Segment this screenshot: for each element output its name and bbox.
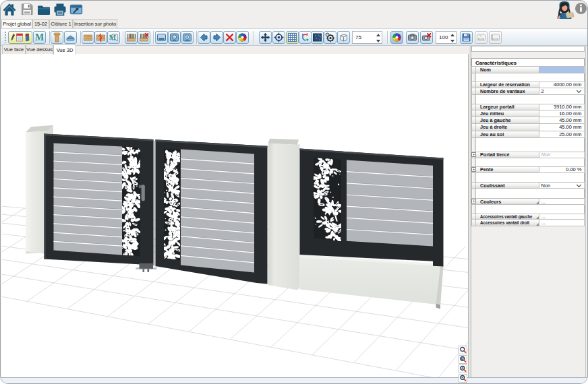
svg-text:M: M — [109, 33, 117, 41]
svg-text:G: G — [173, 35, 176, 39]
svg-text:M: M — [35, 32, 44, 42]
